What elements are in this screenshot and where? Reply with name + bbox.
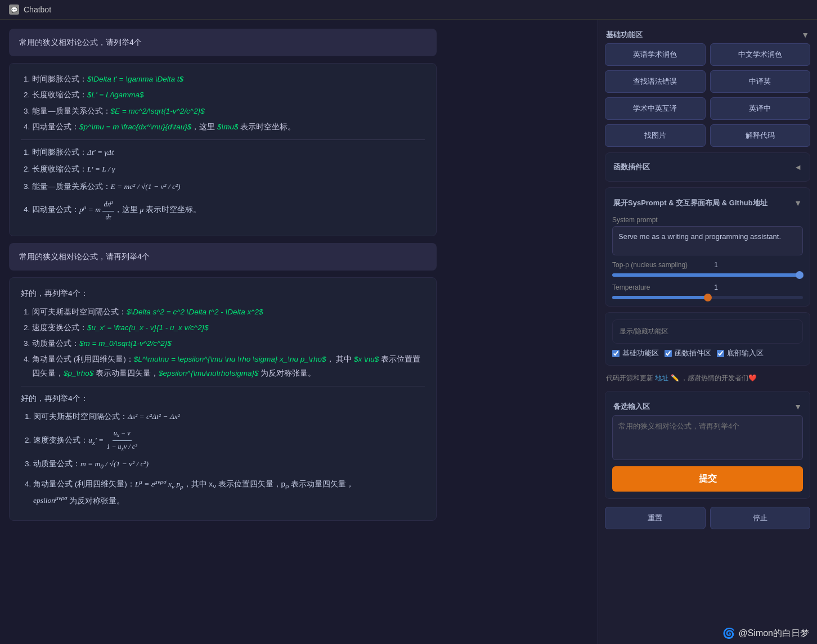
footer-link[interactable]: 地址 [655,374,668,382]
app-icon: 💬 [9,4,19,15]
checkbox-bottom[interactable]: 底部输入区 [717,348,764,358]
btn-explain-code[interactable]: 解释代码 [710,124,811,147]
temperature-fill [612,296,708,299]
rendered-math-2: 好的，再列举4个： 闵可夫斯基时空间隔公式：Δs² = c²Δt² − Δx² … [21,392,425,508]
chevron-down-icon[interactable]: ▼ [801,30,809,39]
temperature-label: Temperature [612,283,702,291]
weibo-icon: 🌀 [722,627,735,640]
checkbox-plugin[interactable]: 函数插件区 [665,348,711,358]
visibility-section: 显示/隐藏功能区 基础功能区 函数插件区 底部输入区 [605,312,810,366]
list-item: 长度收缩公式：$L' = L/\gamma$ [32,88,425,102]
rendered-math-1: 时间膨胀公式：Δt' = γΔt 长度收缩公式：L' = L / γ 能量—质量… [21,146,425,223]
expand-section: 展开SysPrompt & 交互界面布局 & Github地址 ▼ System… [605,187,810,307]
list-item: 四动量公式：pμ = m dxμdτ，这里 μ 表示时空坐标。 [32,197,425,223]
top-p-value: 1 [707,261,718,269]
list-item: 角动量公式 (利用四维矢量)：$L^\mu\nu = \epsilon^{\mu… [32,353,425,380]
app-header: 💬 Chatbot [0,0,817,20]
list-item: 动质量公式：m = m0 / √(1 − v² / c²) [33,457,425,472]
btn-find-image[interactable]: 找图片 [605,124,706,147]
list-item: 闵可夫斯基时空间隔公式：Δs² = c²Δt² − Δx² [33,410,425,424]
backup-section: 备选输入区 ▼ 提交 [605,391,810,499]
temperature-track[interactable] [612,296,803,299]
list-item: 能量—质量关系公式：$E = mc^2/\sqrt{1-v^2/c^2}$ [32,105,425,118]
plugin-section: 函数插件区 ◄ [605,152,810,182]
top-p-track[interactable] [612,273,803,277]
list-item: 四动量公式：$p^\mu = m \frac{dx^\mu}{d\tau}$，这… [32,120,425,134]
stop-button[interactable]: 停止 [710,507,811,529]
system-prompt-box[interactable]: Serve me as a writing and programming as… [612,226,803,255]
list-item: 速度变换公式：$u_x' = \frac{u_x - v}{1 - u_x v/… [32,321,425,335]
btn-zh-academic[interactable]: 中文学术润色 [710,43,811,66]
backup-textarea[interactable] [612,415,803,460]
btn-en-academic[interactable]: 英语学术润色 [605,43,706,66]
temperature-row: Temperature 1 [612,283,803,291]
basic-functions-section: 基础功能区 ▼ 英语学术润色 中文学术润色 查找语法错误 中译英 学术中英互译 … [605,26,810,147]
main-layout: 常用的狭义相对论公式，请列举4个 时间膨胀公式：$\Delta t' = \ga… [0,20,817,644]
checkbox-basic-input[interactable] [612,350,620,357]
btn-zh-to-en[interactable]: 中译英 [710,70,811,93]
app-title: Chatbot [24,5,51,14]
submit-button[interactable]: 提交 [612,466,803,492]
chat-area: 常用的狭义相对论公式，请列举4个 时间膨胀公式：$\Delta t' = \ga… [0,20,598,644]
footer-links: 代码开源和更新 地址 ✏️ ，感谢热情的开发者们❤️ [605,371,810,385]
visibility-label: 显示/隐藏功能区 [612,319,803,344]
expand-arrow-icon[interactable]: ▼ [794,199,802,208]
system-prompt-label: System prompt [612,216,803,224]
temperature-value: 1 [707,283,718,291]
basic-functions-header: 基础功能区 ▼ [605,26,810,43]
chevron-left-icon[interactable]: ◄ [794,163,802,172]
list-item: 闵可夫斯基时空间隔公式：$\Delta s^2 = c^2 \Delta t^2… [32,305,425,319]
basic-functions-grid: 英语学术润色 中文学术润色 查找语法错误 中译英 学术中英互译 英译中 找图片 … [605,43,810,147]
top-p-thumb[interactable] [796,271,803,279]
btn-grammar-check[interactable]: 查找语法错误 [605,70,706,93]
plugin-header: 函数插件区 ◄ [612,159,803,175]
right-sidebar: 基础功能区 ▼ 英语学术润色 中文学术润色 查找语法错误 中译英 学术中英互译 … [598,20,817,644]
list-item: 角动量公式 (利用四维矢量)：Lμ = εμνρσ xν pρ，其中 xν 表示… [33,475,425,507]
watermark: 🌀 @Simon的白日梦 [715,623,817,644]
top-p-row: Top-p (nucleus sampling) 1 [612,261,803,269]
user-message-2: 常用的狭义相对论公式，请再列举4个 [9,243,437,271]
list-item: 时间膨胀公式：$\Delta t' = \gamma \Delta t$ [32,73,425,86]
top-p-label: Top-p (nucleus sampling) [612,261,702,269]
checkbox-row: 基础功能区 函数插件区 底部输入区 [612,348,803,358]
list-item: 动质量公式：$m = m_0/\sqrt{1-v^2/c^2}$ [32,337,425,350]
top-p-fill [612,273,803,277]
list-item: 时间膨胀公式：Δt' = γΔt [32,146,425,159]
list-item: 速度变换公式：ux' = ux − v1 − uxv / c² [33,427,425,454]
assistant-message-2: 好的，再列举4个： 闵可夫斯基时空间隔公式：$\Delta s^2 = c^2 … [9,277,437,520]
list-item: 能量—质量关系公式：E = mc² / √(1 − v² / c²) [32,180,425,193]
checkbox-bottom-input[interactable] [717,350,724,357]
reset-button[interactable]: 重置 [605,507,706,529]
expand-header[interactable]: 展开SysPrompt & 交互界面布局 & Github地址 ▼ [612,195,803,211]
assistant-message-1: 时间膨胀公式：$\Delta t' = \gamma \Delta t$ 长度收… [9,63,437,236]
user-message-1: 常用的狭义相对论公式，请列举4个 [9,29,437,56]
backup-header: 备选输入区 ▼ [612,398,803,415]
bottom-buttons: 重置 停止 [605,507,810,529]
checkbox-basic[interactable]: 基础功能区 [612,348,659,358]
btn-en-to-zh[interactable]: 英译中 [710,97,811,120]
pencil-icon: ✏️ [671,374,679,382]
list-item: 长度收缩公式：L' = L / γ [32,163,425,176]
backup-arrow-icon[interactable]: ▼ [794,402,802,411]
btn-academic-translate[interactable]: 学术中英互译 [605,97,706,120]
checkbox-plugin-input[interactable] [665,350,672,357]
temperature-thumb[interactable] [704,294,712,301]
